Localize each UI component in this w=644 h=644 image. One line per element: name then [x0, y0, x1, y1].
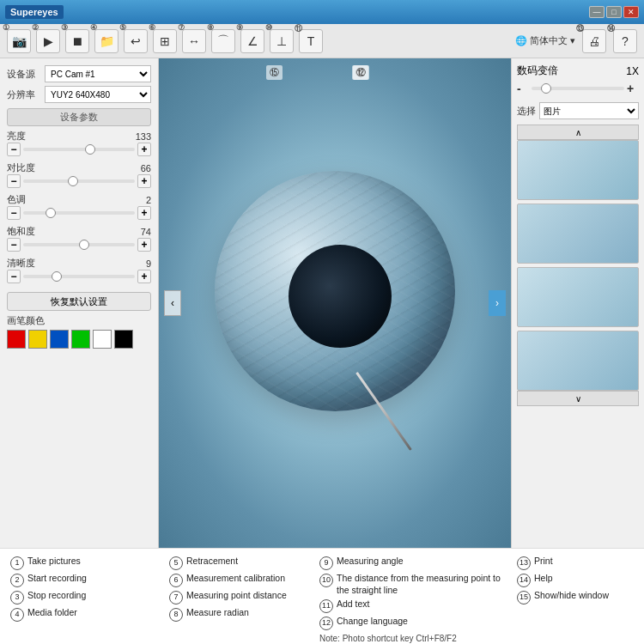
zoom-minus-button[interactable]: -: [517, 82, 529, 95]
thumbnail-2[interactable]: [517, 204, 639, 264]
hue-track[interactable]: [23, 211, 135, 215]
toolbar-right: 🌐 简体中文 ▾ ⑬🖨 ⑭?: [515, 29, 637, 53]
color-blue[interactable]: [50, 330, 69, 349]
main-layout: 设备源 PC Cam #1 分辨率 YUY2 640X480 设备参数 亮度 1…: [0, 58, 644, 548]
sharpness-track[interactable]: [23, 275, 135, 278]
left-panel: 设备源 PC Cam #1 分辨率 YUY2 640X480 设备参数 亮度 1…: [0, 58, 159, 548]
reset-defaults-button[interactable]: 恢复默认设置: [7, 292, 151, 311]
legend-num-5: 5: [169, 556, 183, 570]
start-recording-button[interactable]: ②▶: [36, 29, 60, 53]
zoom-track[interactable]: [532, 87, 624, 90]
legend-item-5: 5 Retracement: [169, 556, 313, 570]
resolution-select[interactable]: YUY2 640X480: [45, 86, 151, 103]
globe-icon: 🌐: [515, 35, 527, 46]
saturation-track[interactable]: [23, 243, 135, 246]
measurement-calibration-button[interactable]: ⑥⊞: [153, 29, 177, 53]
brightness-track[interactable]: [23, 148, 135, 151]
color-swatches: [7, 330, 151, 349]
legend-item-4: 4 Media folder: [10, 607, 162, 622]
color-white[interactable]: [93, 330, 112, 349]
legend-item-1: 1 Take pictures: [10, 556, 162, 570]
color-green[interactable]: [71, 330, 90, 349]
legend-num-6: 6: [169, 574, 183, 587]
legend-num-8: 8: [169, 608, 183, 622]
brightness-plus[interactable]: +: [137, 143, 151, 156]
legend-item-6: 6 Measurement calibration: [169, 573, 313, 587]
legend-num-7: 7: [169, 591, 183, 605]
minimize-button[interactable]: —: [589, 6, 605, 18]
maximize-button[interactable]: □: [606, 6, 622, 18]
title-bar-left: Supereyes: [5, 5, 64, 19]
legend-text-5: Retracement: [186, 556, 313, 568]
zoom-plus-button[interactable]: +: [627, 82, 639, 95]
saturation-value: 74: [141, 227, 151, 237]
brightness-value: 133: [136, 131, 151, 142]
stop-recording-button[interactable]: ③⏹: [65, 29, 89, 53]
sharpness-plus[interactable]: +: [137, 270, 151, 283]
hue-minus[interactable]: −: [7, 206, 21, 220]
thumbnail-1[interactable]: [517, 140, 639, 200]
select-row: 选择 图片 视频: [517, 102, 639, 119]
measuring-point-distance-button[interactable]: ⑦↔: [182, 29, 206, 53]
saturation-plus[interactable]: +: [137, 238, 151, 252]
take-pictures-button[interactable]: ①📷: [7, 29, 31, 53]
legend-item-11: 11 Add text: [319, 598, 510, 613]
image-type-select[interactable]: 图片 视频: [539, 102, 639, 119]
measuring-angle-button[interactable]: ⑨∠: [240, 29, 264, 53]
color-red[interactable]: [7, 330, 26, 349]
legend-num-11: 11: [319, 599, 333, 613]
device-source-row: 设备源 PC Cam #1: [7, 65, 151, 82]
legend-item-7: 7 Measuring point distance: [169, 590, 313, 605]
thumbnail-scroll-down[interactable]: ∨: [517, 391, 639, 406]
hue-plus[interactable]: +: [137, 206, 151, 220]
thumbnail-4[interactable]: [517, 331, 639, 391]
language-selector[interactable]: 🌐 简体中文 ▾: [515, 34, 575, 47]
retracement-button[interactable]: ⑤↩: [124, 29, 148, 53]
legend-item-8: 8 Measure radian: [169, 607, 313, 622]
zoom-label-row: 数码变倍 1X: [517, 64, 639, 78]
measure-radian-button[interactable]: ⑧⌒: [211, 29, 235, 53]
add-text-button[interactable]: ⑪T: [299, 29, 323, 53]
color-black[interactable]: [114, 330, 133, 349]
thumbnail-3[interactable]: [517, 267, 639, 327]
toolbar: ①📷 ②▶ ③⏹ ④📁 ⑤↩ ⑥⊞ ⑦↔ ⑧⌒ ⑨∠ ⑩⊥ ⑪T 🌐 简体中文 …: [0, 24, 644, 58]
legend-col-1: 1 Take pictures 2 Start recording 3 Stop…: [10, 556, 169, 644]
saturation-minus[interactable]: −: [7, 238, 21, 252]
legend-item-9: 9 Measuring angle: [319, 556, 510, 570]
specimen-ball: [215, 171, 455, 411]
legend-item-3: 3 Stop recording: [10, 590, 162, 605]
hue-label: 色调: [7, 193, 26, 206]
legend-text-3: Stop recording: [27, 590, 162, 602]
saturation-label: 饱和度: [7, 225, 35, 238]
color-yellow[interactable]: [28, 330, 47, 349]
sharpness-minus[interactable]: −: [7, 270, 21, 283]
contrast-minus[interactable]: −: [7, 174, 21, 188]
legend-grid: 1 Take pictures 2 Start recording 3 Stop…: [10, 556, 634, 644]
close-button[interactable]: ✕: [623, 6, 639, 18]
legend-num-9: 9: [319, 556, 333, 570]
device-source-select[interactable]: PC Cam #1: [45, 65, 151, 82]
device-params-title: 设备参数: [7, 108, 151, 126]
right-panel: 数码变倍 1X - + 选择 图片 视频 ∧ ∨: [511, 58, 644, 548]
help-button[interactable]: ⑭?: [613, 29, 637, 53]
legend-col-2: 5 Retracement 6 Measurement calibration …: [169, 556, 319, 644]
print-button[interactable]: ⑬🖨: [582, 29, 606, 53]
legend-num-14: 14: [517, 574, 531, 587]
select-label: 选择: [517, 105, 536, 118]
hue-value: 2: [146, 195, 151, 205]
contrast-plus[interactable]: +: [137, 174, 151, 188]
contrast-label: 对比度: [7, 161, 35, 174]
legend-item-15: 15 Show/hide window: [517, 590, 627, 605]
thumbnail-scroll-up[interactable]: ∧: [517, 125, 639, 140]
nav-left-arrow[interactable]: ‹: [164, 290, 181, 316]
legend-num-4: 4: [10, 608, 24, 622]
viewport: ⑮ ⑮ ⑫ ‹ ›: [159, 58, 511, 548]
distance-point-line-button[interactable]: ⑩⊥: [270, 29, 294, 53]
brightness-slider-row: 亮度 133 − +: [7, 130, 151, 156]
nav-right-arrow[interactable]: ›: [489, 290, 506, 316]
legend-text-10: The distance from the measuring point to…: [337, 573, 510, 596]
contrast-track[interactable]: [23, 179, 135, 183]
brightness-minus[interactable]: −: [7, 143, 21, 156]
media-folder-button[interactable]: ④📁: [94, 29, 118, 53]
legend-item-12: 12 Change language: [319, 616, 510, 630]
